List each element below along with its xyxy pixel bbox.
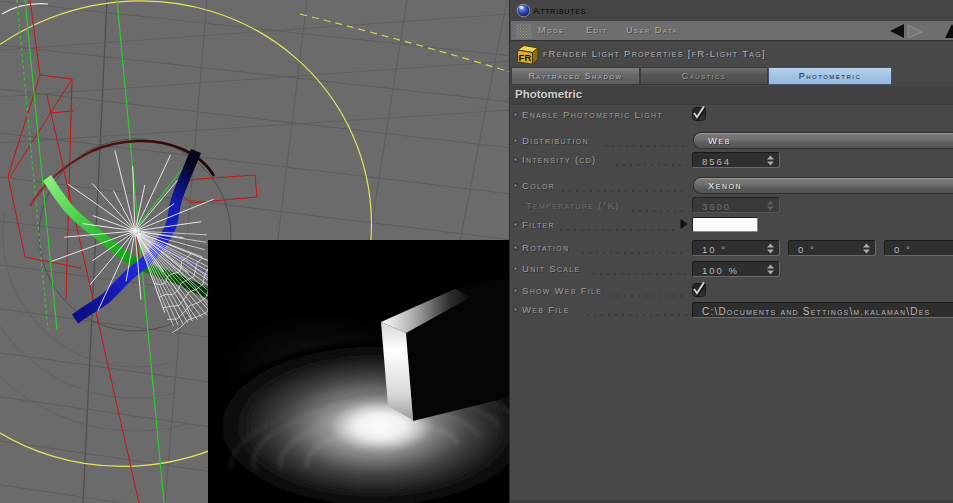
svg-text:FR: FR: [519, 52, 532, 63]
